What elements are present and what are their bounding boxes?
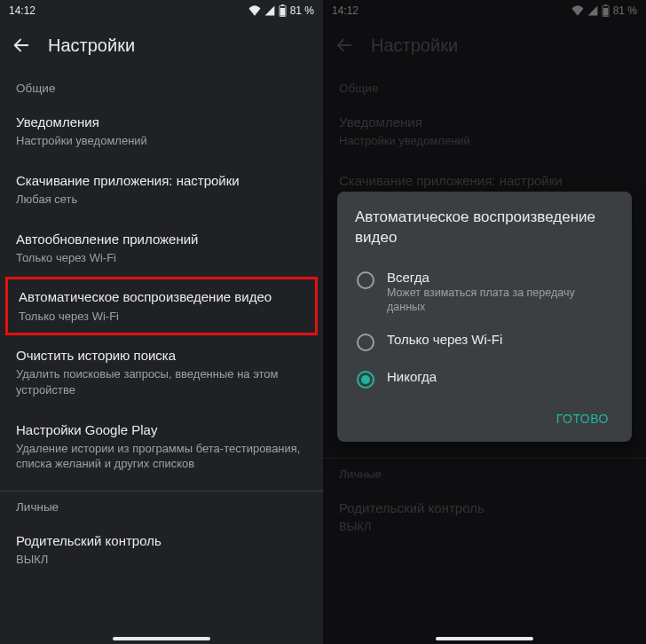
radio-label: Никогда [387, 369, 437, 384]
radio-icon [357, 271, 374, 289]
item-title: Автоматическое воспроизведение видео [19, 288, 304, 306]
dialog-actions: ГОТОВО [355, 404, 618, 433]
item-title: Родительский контроль [16, 532, 307, 550]
app-bar: Настройки [0, 21, 323, 69]
item-title: Настройки Google Play [16, 421, 307, 439]
section-general: Общие [0, 73, 323, 102]
item-title: Автообновление приложений [16, 231, 307, 248]
item-subtitle: Только через Wi-Fi [19, 309, 304, 325]
radio-label: Только через Wi-Fi [387, 332, 502, 347]
nav-pill[interactable] [436, 637, 533, 640]
dialog-done-button[interactable]: ГОТОВО [548, 404, 618, 433]
item-play-settings[interactable]: Настройки Google Play Удаление истории и… [0, 410, 323, 483]
item-subtitle: ВЫКЛ [16, 552, 307, 568]
dialog-title: Автоматическое воспроизведение видео [355, 208, 618, 248]
nav-pill[interactable] [113, 637, 210, 640]
item-subtitle: Любая сеть [16, 192, 307, 208]
status-bar: 14:12 81 % [0, 0, 323, 21]
battery-icon [279, 4, 287, 17]
item-subtitle: Настройки уведомлений [16, 133, 307, 149]
radio-option-always[interactable]: Всегда Может взиматься плата за передачу… [355, 261, 618, 324]
item-download[interactable]: Скачивание приложения: настройки Любая с… [0, 161, 323, 219]
item-subtitle: Удалить поисковые запросы, введенные на … [16, 366, 307, 397]
item-subtitle: Только через Wi-Fi [16, 250, 307, 266]
item-parental[interactable]: Родительский контроль ВЫКЛ [0, 521, 323, 579]
wifi-icon [248, 5, 261, 16]
page-title: Настройки [48, 35, 135, 56]
status-right: 81 % [248, 4, 314, 17]
item-subtitle: Удаление истории из программы бета-тести… [16, 441, 307, 472]
cell-signal-icon [264, 5, 275, 16]
item-autoplay-highlighted[interactable]: Автоматическое воспроизведение видео Тол… [5, 277, 318, 335]
autoplay-dialog: Автоматическое воспроизведение видео Все… [337, 192, 632, 442]
radio-option-never[interactable]: Никогда [355, 360, 618, 397]
item-notifications[interactable]: Уведомления Настройки уведомлений [0, 102, 323, 161]
phone-right: 14:12 81 % Настройки Общие Уведомления Н… [323, 0, 646, 644]
svg-rect-1 [281, 4, 284, 5]
radio-option-wifi[interactable]: Только через Wi-Fi [355, 323, 618, 360]
section-personal: Личные [0, 491, 323, 521]
item-title: Скачивание приложения: настройки [16, 172, 307, 190]
radio-sublabel: Может взиматься плата за передачу данных [387, 286, 616, 315]
phone-left: 14:12 81 % Настройки Общие Уведомления Н… [0, 0, 323, 644]
settings-list: Общие Уведомления Настройки уведомлений … [0, 69, 323, 579]
status-battery-pct: 81 % [290, 4, 314, 17]
item-title: Очистить историю поиска [16, 347, 307, 365]
radio-icon-selected [357, 371, 374, 389]
svg-rect-2 [280, 8, 285, 16]
status-time: 14:12 [9, 4, 35, 17]
item-title: Уведомления [16, 114, 307, 131]
back-button[interactable] [11, 35, 32, 56]
item-autoupdate[interactable]: Автообновление приложений Только через W… [0, 219, 323, 278]
item-clear-history[interactable]: Очистить историю поиска Удалить поисковы… [0, 335, 323, 409]
radio-icon [357, 334, 374, 351]
radio-label: Всегда [387, 270, 616, 285]
